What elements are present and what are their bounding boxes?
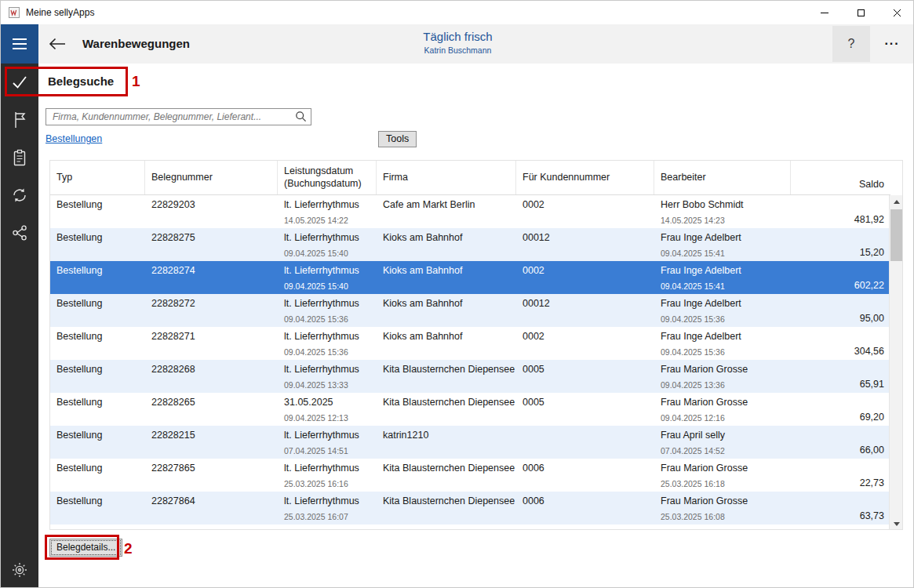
column-header-bearbeiter[interactable]: Bearbeiter — [654, 161, 791, 194]
column-header-belegnummer[interactable]: Belegnummer — [145, 161, 278, 194]
cell-firma: Kioks am Bahnhof — [377, 228, 516, 261]
table-row[interactable]: Bestellung 22828215 lt. Lieferrhythmus 0… — [50, 426, 890, 459]
scroll-up-button[interactable] — [890, 195, 903, 209]
row-typ: Bestellung — [56, 397, 139, 408]
titlebar: Meine sellyApps — [1, 1, 914, 24]
cell-typ: Bestellung — [50, 459, 145, 492]
row-saldo: 481,92 — [854, 214, 884, 225]
scroll-up-icon — [894, 200, 900, 204]
column-header-firma[interactable]: Firma — [377, 161, 516, 194]
close-icon — [893, 9, 901, 17]
back-button[interactable] — [42, 24, 73, 64]
ellipsis-icon: ··· — [885, 37, 900, 51]
sidebar-item-settings[interactable] — [1, 551, 38, 588]
column-header-kundennummer[interactable]: Für Kundennummer — [516, 161, 654, 194]
cell-firma: Kita Blausternchen Diepensee — [377, 360, 516, 393]
row-typ: Bestellung — [56, 265, 139, 276]
cell-belegnummer: 22828274 — [145, 261, 278, 294]
column-header-saldo[interactable]: Saldo — [791, 161, 890, 194]
cell-kundennummer: 0006 — [516, 459, 654, 492]
cell-saldo: 15,20 — [791, 228, 890, 261]
sidebar-item-share[interactable] — [1, 214, 38, 252]
tab-bestellungen[interactable]: Bestellungen — [46, 133, 102, 144]
cell-firma: Kioks am Bahnhof — [377, 327, 516, 360]
table-row[interactable]: Bestellung 22828272 lt. Lieferrhythmus 0… — [50, 294, 890, 327]
scroll-down-icon — [894, 522, 900, 526]
more-button[interactable]: ··· — [873, 26, 911, 62]
table-row[interactable]: Bestellung 22827862 lt. Lieferrhythmus K… — [50, 524, 890, 530]
row-bearbeiter: Frau Marion Grosse — [661, 463, 785, 474]
row-leistungsdatum: 31.05.2025 — [284, 397, 370, 408]
sidebar-item-sync[interactable] — [1, 176, 38, 214]
row-firma: Kita Blausternchen Diepensee — [383, 364, 510, 375]
sync-icon — [11, 187, 28, 204]
section-title: Belegsuche — [48, 74, 114, 88]
table-header: Typ Belegnummer Leistungsdatum (Buchungs… — [50, 161, 890, 195]
cell-bearbeiter: Frau Inge Adelbert 09.04.2025 15:36 — [654, 294, 791, 327]
row-kundennummer: 00012 — [523, 232, 648, 243]
cell-firma: Kioks am Bahnhof — [377, 294, 516, 327]
tools-button[interactable]: Tools — [378, 131, 417, 147]
row-bearbeiter-datum: 09.04.2025 15:36 — [661, 347, 785, 357]
row-bearbeiter: Frau Inge Adelbert — [661, 331, 785, 342]
table-row[interactable]: Bestellung 22828271 lt. Lieferrhythmus 0… — [50, 327, 890, 360]
row-belegnummer: 22828265 — [151, 397, 271, 408]
table-row[interactable]: Bestellung 22827864 lt. Lieferrhythmus 2… — [50, 492, 890, 524]
cell-typ: Bestellung — [50, 228, 145, 261]
sidebar-item-lieferungen[interactable] — [1, 101, 38, 139]
vertical-scrollbar[interactable] — [889, 195, 902, 530]
maximize-button[interactable] — [843, 1, 879, 24]
column-header-typ[interactable]: Typ — [50, 161, 145, 194]
menu-button[interactable] — [1, 24, 38, 64]
row-saldo: 304,56 — [854, 346, 884, 357]
search-icon[interactable] — [295, 111, 307, 122]
cell-firma: Kita Blausternchen Diepensee — [377, 393, 516, 426]
cell-saldo: 63,73 — [791, 492, 890, 524]
row-saldo: 66,00 — [860, 445, 884, 456]
app-header: Warenbewegungen Täglich frisch Katrin Bu… — [1, 24, 914, 64]
cell-kundennummer: 0006 — [516, 492, 654, 524]
table-row[interactable]: Bestellung 22827865 lt. Lieferrhythmus 2… — [50, 459, 890, 492]
clipboard-icon — [12, 149, 27, 166]
table-row[interactable]: Bestellung 22829203 lt. Lieferrhythmus 1… — [50, 195, 890, 228]
row-leistungsdatum: lt. Lieferrhythmus — [284, 364, 370, 375]
row-belegnummer: 22828271 — [151, 331, 271, 342]
close-button[interactable] — [879, 1, 914, 24]
row-saldo: 63,73 — [860, 510, 884, 521]
row-firma: Kioks am Bahnhof — [383, 232, 510, 243]
cell-typ: Bestellung — [50, 393, 145, 426]
cell-kundennummer — [516, 426, 654, 459]
table-row[interactable]: Bestellung 22828268 lt. Lieferrhythmus 0… — [50, 360, 890, 393]
row-bearbeiter: Frau Marion Grosse — [661, 397, 785, 408]
cell-saldo: 602,22 — [791, 261, 890, 294]
row-leistungsdatum: lt. Lieferrhythmus — [284, 265, 370, 276]
column-header-leistungsdatum[interactable]: Leistungsdatum (Buchungsdatum) — [278, 161, 377, 194]
scrollbar-thumb[interactable] — [890, 209, 902, 261]
row-leistungsdatum: lt. Lieferrhythmus — [284, 298, 370, 309]
sidebar-item-belege[interactable] — [1, 139, 38, 176]
maximize-icon — [858, 9, 865, 16]
table-row[interactable]: Bestellung 22828265 31.05.2025 09.04.202… — [50, 393, 890, 426]
details-button[interactable]: Belegdetails... — [49, 539, 122, 557]
help-button[interactable]: ? — [832, 26, 870, 62]
cell-firma: Cafe am Markt Berlin — [377, 195, 516, 228]
row-bearbeiter-datum: 25.03.2025 16:18 — [661, 479, 785, 488]
app-logo-icon — [8, 6, 20, 19]
row-kundennummer: 0006 — [523, 528, 648, 530]
cell-firma: katrin1210 — [377, 426, 516, 459]
sidebar-item-belegsuche[interactable] — [1, 64, 38, 101]
table-row[interactable]: Bestellung 22828275 lt. Lieferrhythmus 0… — [50, 228, 890, 261]
row-kundennummer: 0006 — [523, 463, 648, 474]
row-bearbeiter-datum: 09.04.2025 12:16 — [661, 413, 785, 423]
table-row[interactable]: Bestellung 22828274 lt. Lieferrhythmus 0… — [50, 261, 890, 294]
minimize-button[interactable] — [807, 1, 843, 24]
scroll-down-button[interactable] — [890, 517, 903, 530]
cell-bearbeiter: Frau Inge Adelbert 09.04.2025 15:41 — [654, 261, 791, 294]
row-buchungsdatum: 09.04.2025 15:36 — [284, 314, 370, 324]
search-input[interactable] — [46, 108, 311, 125]
row-firma: Kita Blausternchen Diepensee — [383, 463, 510, 474]
cell-typ: Bestellung — [50, 492, 145, 524]
cell-typ: Bestellung — [50, 195, 145, 228]
row-kundennummer: 00012 — [523, 298, 648, 309]
cell-firma: Kioks am Bahnhof — [377, 261, 516, 294]
